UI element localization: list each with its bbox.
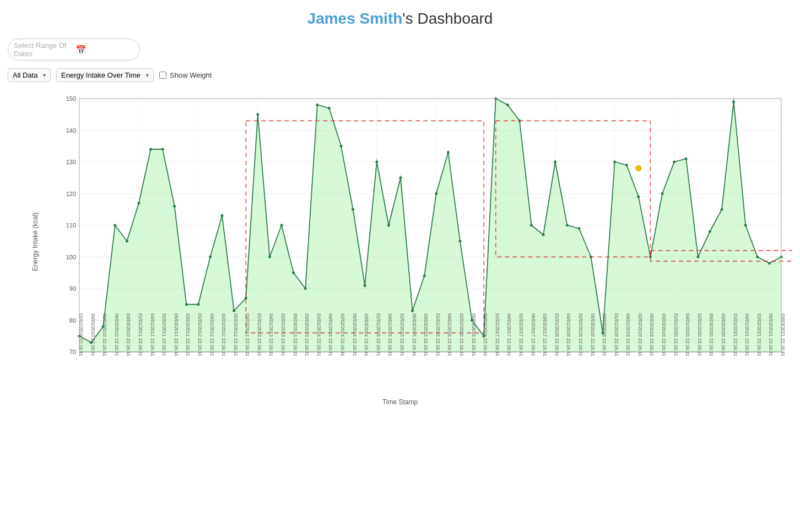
main-chart (52, 88, 792, 396)
date-range-placeholder: Select Range Of Dates (14, 41, 72, 58)
x-axis-label: Time Stamp (8, 398, 792, 406)
controls-row-2: All Data Energy Intake Over Time Show We… (0, 65, 800, 88)
show-weight-checkbox[interactable] (159, 72, 166, 79)
chart-container: Energy Intake (kcal) Time Stamp (0, 88, 800, 411)
data-dropdown-wrapper: All Data (8, 68, 51, 82)
chart-outer: Energy Intake (kcal) (8, 88, 792, 396)
y-axis-label-wrap: Energy Intake (kcal) (19, 88, 52, 396)
canvas-wrap (52, 88, 792, 396)
show-weight-label[interactable]: Show Weight (159, 71, 212, 79)
show-weight-text: Show Weight (170, 71, 212, 79)
calendar-icon: 📅 (75, 45, 134, 55)
date-range-row: Select Range Of Dates 📅 (0, 34, 800, 65)
chart-type-dropdown[interactable]: Energy Intake Over Time (56, 68, 154, 82)
data-dropdown[interactable]: All Data (8, 68, 51, 82)
page-title: James Smith's Dashboard (0, 0, 800, 34)
date-range-input[interactable]: Select Range Of Dates 📅 (8, 39, 140, 61)
y-axis-label: Energy Intake (kcal) (31, 213, 39, 272)
chart-type-dropdown-wrapper: Energy Intake Over Time (56, 68, 154, 82)
